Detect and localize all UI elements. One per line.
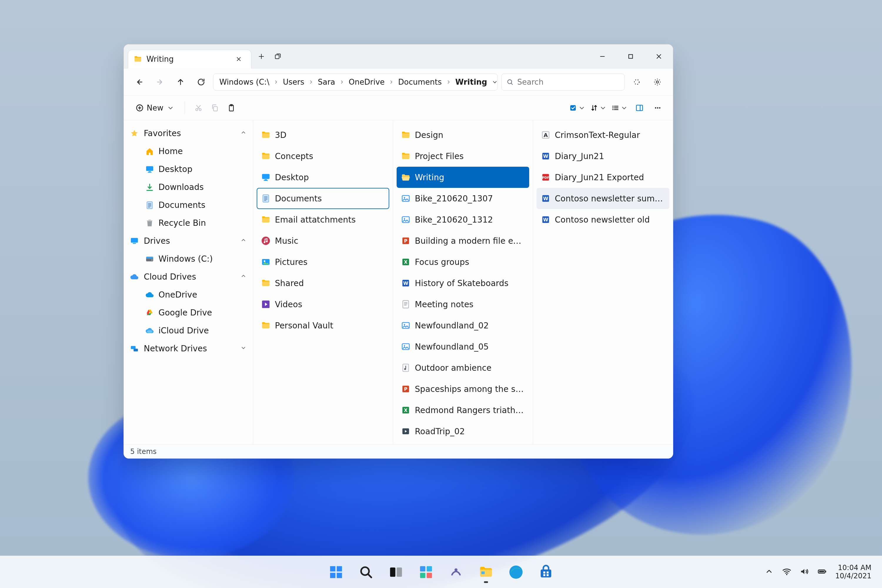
- list-item[interactable]: Shared: [256, 273, 389, 294]
- list-item[interactable]: PBuilding a modern file explor…: [397, 230, 529, 251]
- sidebar-item-desktop[interactable]: Desktop: [124, 160, 253, 178]
- list-item[interactable]: XFocus groups: [397, 251, 529, 273]
- list-item[interactable]: PDFDiary_Jun21 Exported: [537, 167, 669, 188]
- list-item[interactable]: Concepts: [256, 146, 389, 167]
- list-item[interactable]: WDiary_Jun21: [537, 146, 669, 167]
- sidebar-item-google-drive[interactable]: Google Drive: [124, 304, 253, 322]
- breadcrumb-segment[interactable]: Documents: [396, 76, 444, 88]
- sidebar-section-favorites[interactable]: Favorites: [124, 124, 253, 142]
- tab-overview-button[interactable]: [271, 50, 285, 63]
- list-item[interactable]: Design: [397, 124, 529, 146]
- sidebar-section-drives[interactable]: Drives: [124, 232, 253, 250]
- start-button[interactable]: [323, 560, 349, 585]
- list-item[interactable]: Pictures: [256, 251, 389, 273]
- new-tab-button[interactable]: [254, 50, 268, 63]
- cut-button[interactable]: [190, 100, 207, 116]
- list-item[interactable]: Meeting notes: [397, 294, 529, 315]
- list-item[interactable]: Bike_210620_1307: [397, 188, 529, 209]
- sidebar-item-windows-c-[interactable]: Windows (C:): [124, 250, 253, 268]
- list-item[interactable]: Documents: [256, 188, 389, 209]
- list-item[interactable]: PSpaceships among the stars: [397, 378, 529, 399]
- volume-icon[interactable]: [800, 567, 809, 578]
- list-item[interactable]: Music: [256, 230, 389, 251]
- details-pane-button[interactable]: [631, 100, 648, 116]
- edge-taskbar-button[interactable]: [503, 560, 529, 585]
- sidebar-item-documents[interactable]: Documents: [124, 196, 253, 214]
- tab-writing[interactable]: Writing: [128, 50, 251, 69]
- sidebar-item-icloud-drive[interactable]: iCloud Drive: [124, 322, 253, 340]
- svg-rect-84: [481, 571, 484, 574]
- forward-button[interactable]: [152, 74, 168, 90]
- sidebar-item-downloads[interactable]: Downloads: [124, 178, 253, 196]
- list-item[interactable]: WHistory of Skateboards: [397, 273, 529, 294]
- sidebar-section-cloud-drives[interactable]: Cloud Drives: [124, 268, 253, 286]
- svg-rect-49: [403, 300, 409, 308]
- minimize-button[interactable]: [588, 44, 616, 68]
- teams-taskbar-button[interactable]: [443, 560, 469, 585]
- store-taskbar-button[interactable]: [533, 560, 559, 585]
- close-tab-button[interactable]: [232, 52, 246, 66]
- list-item[interactable]: ACrimsonText-Regular: [537, 124, 669, 146]
- battery-icon[interactable]: [817, 567, 827, 578]
- list-item[interactable]: Outdoor ambience: [397, 357, 529, 378]
- list-item-label: Newfoundland_02: [415, 321, 489, 330]
- breadcrumb-segment[interactable]: Users: [280, 76, 307, 88]
- list-item[interactable]: Project Files: [397, 146, 529, 167]
- copy-button[interactable]: [207, 100, 223, 116]
- system-tray[interactable]: [764, 567, 827, 578]
- view-mode-button[interactable]: [610, 103, 630, 113]
- breadcrumb-dropdown-button[interactable]: [491, 76, 498, 88]
- back-button[interactable]: [131, 74, 148, 90]
- breadcrumb-segment[interactable]: Writing: [453, 76, 489, 88]
- search-taskbar-button[interactable]: [353, 560, 379, 585]
- more-button[interactable]: [650, 100, 666, 116]
- sort-button[interactable]: [589, 103, 608, 113]
- widgets-button[interactable]: [413, 560, 439, 585]
- pdf-icon: PDF: [541, 172, 550, 182]
- close-window-button[interactable]: [645, 44, 673, 68]
- sync-button[interactable]: [628, 74, 645, 90]
- breadcrumb-segment[interactable]: OneDrive: [346, 76, 387, 88]
- breadcrumb-segment[interactable]: Windows (C:\: [217, 76, 272, 88]
- list-item[interactable]: Newfoundland_02: [397, 315, 529, 336]
- list-item[interactable]: RoadTrip_02: [397, 421, 529, 442]
- tray-show-hidden-icon[interactable]: [764, 567, 774, 578]
- breadcrumb-segment[interactable]: Sara: [315, 76, 338, 88]
- file-explorer-taskbar-button[interactable]: [473, 560, 499, 585]
- settings-button[interactable]: [649, 74, 666, 90]
- svg-rect-32: [263, 195, 269, 202]
- titlebar[interactable]: Writing: [124, 44, 673, 69]
- select-mode-button[interactable]: [568, 103, 587, 113]
- list-item[interactable]: Personal Vault: [256, 315, 389, 336]
- list-item[interactable]: WContoso newsletter old: [537, 209, 669, 230]
- svg-rect-73: [330, 573, 336, 578]
- new-button[interactable]: New: [131, 100, 179, 116]
- list-item-label: Music: [275, 236, 298, 246]
- sidebar-section-network-drives[interactable]: Network Drives: [124, 340, 253, 357]
- wifi-icon[interactable]: [782, 567, 792, 578]
- list-item[interactable]: Email attatchments: [256, 209, 389, 230]
- sidebar-item-home[interactable]: Home: [124, 142, 253, 160]
- list-item[interactable]: Videos: [256, 294, 389, 315]
- list-item[interactable]: Newfoundland_05: [397, 336, 529, 357]
- list-item[interactable]: WContoso newsletter summe…: [537, 188, 669, 209]
- breadcrumb[interactable]: Windows (C:\UsersSaraOneDriveDocumentsWr…: [213, 74, 498, 90]
- list-item[interactable]: Desktop: [256, 167, 389, 188]
- list-item[interactable]: 3D: [256, 124, 389, 146]
- taskbar[interactable]: 10:04 AM 10/4/2021: [0, 556, 882, 588]
- search-input[interactable]: [517, 78, 620, 86]
- list-item[interactable]: Bike_210620_1312: [397, 209, 529, 230]
- search-box[interactable]: [501, 74, 625, 90]
- home-icon: [145, 147, 154, 156]
- refresh-button[interactable]: [193, 74, 210, 90]
- svg-text:W: W: [403, 281, 408, 286]
- maximize-button[interactable]: [616, 44, 645, 68]
- list-item[interactable]: XRedmond Rangers triathalon: [397, 399, 529, 421]
- taskbar-clock[interactable]: 10:04 AM 10/4/2021: [835, 564, 873, 580]
- up-button[interactable]: [172, 74, 189, 90]
- list-item[interactable]: Writing: [397, 167, 529, 188]
- task-view-button[interactable]: [383, 560, 409, 585]
- sidebar-item-onedrive[interactable]: OneDrive: [124, 286, 253, 304]
- sidebar-item-recycle-bin[interactable]: Recycle Bin: [124, 214, 253, 232]
- paste-button[interactable]: [223, 100, 240, 116]
